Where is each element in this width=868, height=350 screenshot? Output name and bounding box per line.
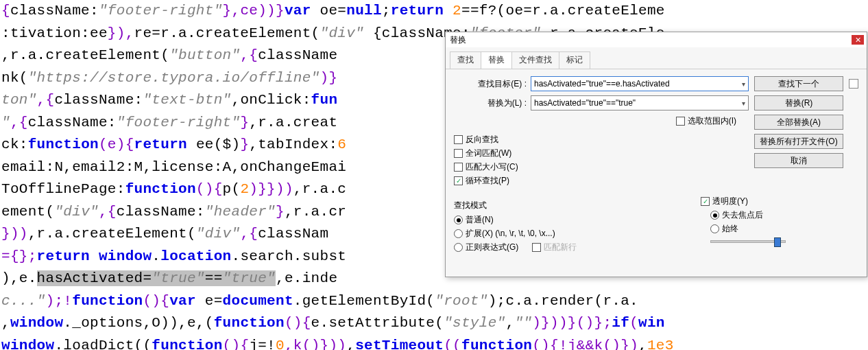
checkbox-icon — [454, 135, 463, 144]
replace-button[interactable]: 替换(R) — [754, 95, 843, 110]
transparency-title: 透明度(Y) — [712, 196, 748, 207]
transparency-check[interactable]: ✓ 透明度(Y) — [701, 196, 858, 207]
mode-extended-radio[interactable]: 扩展(X) (\n, \r, \t, \0, \x...) — [454, 228, 680, 240]
code-line: c...");!function(){var e=document.getEle… — [1, 290, 868, 313]
backward-check[interactable]: 反向查找 — [454, 134, 754, 145]
dialog-title: 替换 — [448, 34, 852, 46]
chevron-down-icon[interactable]: ▾ — [742, 80, 745, 88]
whole-word-check[interactable]: 全词匹配(W) — [454, 148, 754, 159]
tab-find-in-files[interactable]: 文件查找 — [511, 51, 559, 69]
find-label: 查找目标(E) : — [454, 78, 531, 90]
close-button[interactable]: ✕ — [852, 35, 864, 45]
whole-word-label: 全词匹配(W) — [466, 148, 511, 159]
chevron-down-icon[interactable]: ▾ — [742, 100, 745, 107]
in-selection-check[interactable]: 选取范围内(I) — [676, 115, 736, 127]
find-next-button[interactable]: 查找下一个 — [754, 76, 843, 91]
replace-all-open-button[interactable]: 替换所有打开文件(O) — [754, 134, 843, 149]
radio-icon — [454, 215, 463, 224]
replace-dialog: 替换 ✕ 查找 替换 文件查找 标记 查找目标(E) : hasActivate… — [445, 32, 867, 277]
code-line: {className:"footer-right"},ce))}var oe=n… — [1, 0, 868, 23]
dialog-body: 查找目标(E) : hasActivated="true"==e.hasActi… — [446, 69, 867, 276]
transparency-always-radio[interactable]: 始终 — [710, 223, 858, 235]
transparency-always-label: 始终 — [722, 223, 738, 235]
checkbox-icon: ✓ — [454, 176, 463, 185]
dot-matches-newline-label: 匹配新行 — [544, 242, 577, 253]
wrap-label: 循环查找(P) — [466, 175, 509, 187]
checkbox-icon — [532, 243, 541, 252]
search-mode-title: 查找模式 — [454, 200, 680, 211]
find-input-value: hasActivated="true"==e.hasActivated — [534, 79, 670, 89]
transparency-focus-radio[interactable]: 失去焦点后 — [710, 209, 858, 221]
tab-mark[interactable]: 标记 — [559, 51, 590, 69]
dialog-titlebar[interactable]: 替换 ✕ — [446, 32, 867, 47]
match-case-check[interactable]: 匹配大小写(C) — [454, 161, 754, 173]
tab-find[interactable]: 查找 — [450, 51, 481, 69]
wrap-check[interactable]: ✓ 循环查找(P) — [454, 175, 754, 187]
mode-regex-label: 正则表达式(G) — [466, 242, 518, 253]
slider-thumb-icon[interactable] — [774, 237, 781, 247]
radio-icon — [710, 211, 719, 220]
dialog-tabs: 查找 替换 文件查找 标记 — [446, 47, 867, 69]
mode-extended-label: 扩展(X) (\n, \r, \t, \0, \x...) — [466, 228, 555, 240]
backward-label: 反向查找 — [466, 134, 498, 145]
checkbox-icon: ✓ — [701, 197, 710, 206]
checkbox-icon — [676, 117, 685, 126]
code-line: ,window._options,O)),e,(function(){e.set… — [1, 312, 868, 335]
match-case-label: 匹配大小写(C) — [466, 161, 518, 173]
mode-normal-radio[interactable]: 普通(N) — [454, 214, 680, 226]
replace-input-value: hasActivated="true"=="true" — [534, 98, 636, 108]
tab-replace[interactable]: 替换 — [481, 51, 512, 69]
code-line: window.loadDict((function(){j=!0,k()})),… — [1, 335, 868, 351]
in-selection-label: 选取范围内(I) — [688, 115, 736, 127]
checkbox-icon — [454, 163, 463, 172]
replace-all-button[interactable]: 全部替换(A) — [754, 115, 843, 130]
close-icon: ✕ — [855, 36, 861, 44]
cancel-button[interactable]: 取消 — [754, 153, 843, 168]
radio-icon — [454, 229, 463, 238]
find-input[interactable]: hasActivated="true"==e.hasActivated ▾ — [531, 76, 749, 91]
checkbox-icon — [454, 149, 463, 158]
alternate-check[interactable] — [849, 79, 858, 89]
mode-normal-label: 普通(N) — [466, 214, 494, 226]
replace-label: 替换为(L) : — [454, 97, 531, 109]
radio-icon — [710, 224, 719, 233]
transparency-slider[interactable] — [710, 240, 786, 243]
radio-icon — [454, 243, 463, 252]
replace-input[interactable]: hasActivated="true"=="true" ▾ — [531, 95, 749, 110]
mode-regex-radio[interactable]: 正则表达式(G) 匹配新行 — [454, 242, 680, 253]
transparency-focus-label: 失去焦点后 — [722, 209, 763, 221]
